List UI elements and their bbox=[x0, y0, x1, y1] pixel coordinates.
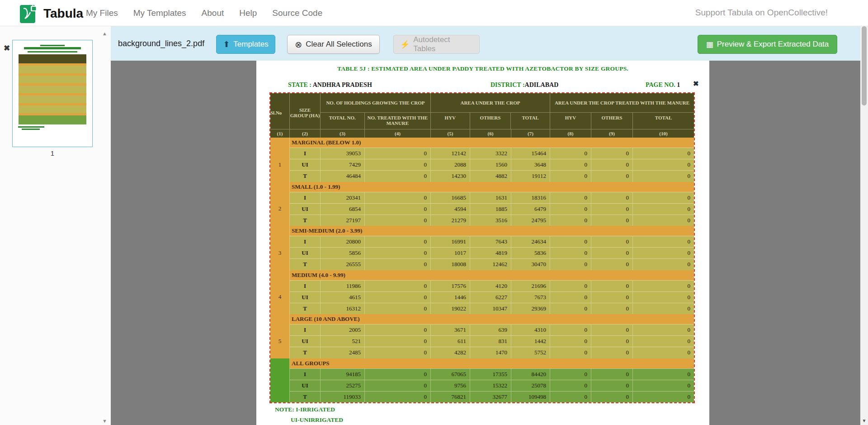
table-slno-cell: 3 bbox=[270, 226, 290, 270]
table-value-cell: 26555 bbox=[321, 259, 365, 270]
table-value-cell: 16991 bbox=[431, 236, 470, 247]
table-value-cell: 0 bbox=[591, 347, 633, 358]
table-value-cell: 32677 bbox=[470, 392, 511, 402]
table-value-cell: 5752 bbox=[511, 347, 550, 358]
table-slno-cell: 5 bbox=[270, 314, 290, 358]
table-value-cell: 1017 bbox=[431, 248, 470, 258]
table-value-cell: 15464 bbox=[511, 148, 550, 159]
table-size-cell: UI bbox=[290, 292, 321, 303]
table-value-cell: 0 bbox=[633, 292, 694, 303]
table-value-cell: 0 bbox=[550, 192, 591, 203]
header-area-crop: AREA UNDER THE CROP bbox=[431, 93, 550, 113]
table-value-cell: 7673 bbox=[511, 292, 550, 303]
header-hyv-2: HYV bbox=[550, 113, 591, 129]
table-value-cell: 0 bbox=[365, 336, 431, 347]
page-no-line: PAGE NO. 1 bbox=[646, 81, 680, 89]
table-selection-box[interactable]: Sl.No SIZE GROUP (HA) NO. OF HOLDINGS GR… bbox=[269, 92, 695, 403]
table-value-cell: 0 bbox=[365, 204, 431, 215]
table-group-band-label: SMALL (1.0 - 1.99) bbox=[290, 182, 694, 192]
table-grid-icon: ▦ bbox=[706, 41, 713, 48]
tabula-logo-icon[interactable] bbox=[20, 3, 39, 23]
autodetect-tables-button[interactable]: ⚡ Autodetect Tables bbox=[393, 35, 480, 54]
table-value-cell: 0 bbox=[550, 248, 591, 258]
pdf-canvas: TABLE 5J : ESTIMATED AREA UNDER PADDY TR… bbox=[111, 61, 860, 425]
table-data-row: UI68540459418856479000 bbox=[290, 203, 694, 215]
nav-about[interactable]: About bbox=[202, 8, 224, 18]
table-value-cell: 0 bbox=[633, 248, 694, 258]
table-value-cell: 0 bbox=[550, 281, 591, 291]
table-value-cell: 1885 bbox=[470, 204, 511, 215]
remove-page-icon[interactable]: ✖ bbox=[4, 43, 10, 53]
sidebar-scroll-up-icon[interactable]: ▲ bbox=[102, 31, 107, 36]
table-value-cell: 0 bbox=[633, 236, 694, 247]
table-value-cell: 1442 bbox=[511, 336, 550, 347]
table-size-cell: T bbox=[290, 347, 321, 358]
preview-export-button[interactable]: ▦ Preview & Export Extracted Data bbox=[698, 35, 837, 54]
table-value-cell: 0 bbox=[591, 325, 633, 335]
nav-my-files[interactable]: My Files bbox=[86, 8, 118, 18]
table-value-cell: 611 bbox=[431, 336, 470, 347]
table-value-cell: 0 bbox=[365, 303, 431, 314]
table-value-cell: 0 bbox=[633, 347, 694, 358]
table-value-cell: 4120 bbox=[470, 281, 511, 291]
table-value-cell: 4615 bbox=[321, 292, 365, 303]
selection-close-icon[interactable]: ✖ bbox=[693, 80, 699, 88]
nav-my-templates[interactable]: My Templates bbox=[133, 8, 186, 18]
table-value-cell: 0 bbox=[591, 192, 633, 203]
window-scrollbar[interactable]: ▲ ▼ bbox=[860, 0, 868, 425]
table-value-cell: 0 bbox=[365, 325, 431, 335]
scrollbar-down-icon[interactable]: ▼ bbox=[860, 418, 868, 423]
header-area-treated: AREA UNDER THE CROP TREATED WITH THE MAN… bbox=[550, 93, 694, 113]
table-value-cell: 19112 bbox=[511, 171, 550, 181]
export-button-label: Preview & Export Extracted Data bbox=[717, 40, 829, 49]
table-value-cell: 21696 bbox=[511, 281, 550, 291]
page-thumbnail-preview bbox=[17, 44, 88, 143]
table-value-cell: 7643 bbox=[470, 236, 511, 247]
table-value-cell: 0 bbox=[591, 215, 633, 226]
table-value-cell: 0 bbox=[550, 215, 591, 226]
clear-button-label: Clear All Selections bbox=[306, 40, 372, 49]
state-label: STATE : bbox=[288, 81, 311, 88]
support-link[interactable]: Support Tabula on OpenCollective! bbox=[695, 8, 828, 18]
table-data-row: I39053012142332215464000 bbox=[290, 148, 694, 159]
table-size-cell: T bbox=[290, 392, 321, 402]
table-value-cell: 21279 bbox=[431, 215, 470, 226]
page-thumbnail[interactable] bbox=[12, 40, 93, 147]
table-size-cell: UI bbox=[290, 204, 321, 215]
table-size-cell: UI bbox=[290, 380, 321, 391]
nav-help[interactable]: Help bbox=[239, 8, 257, 18]
nav-links: My Files My Templates About Help Source … bbox=[86, 0, 322, 26]
table-value-cell: 0 bbox=[633, 380, 694, 391]
table-value-cell: 0 bbox=[365, 248, 431, 258]
header-column-numbers: (1) (2) (3) (4) (5) (6) (7) (8) (9) (10) bbox=[270, 129, 694, 138]
table-value-cell: 0 bbox=[591, 292, 633, 303]
table-value-cell: 0 bbox=[633, 369, 694, 380]
table-data-row: I20341016685163118316000 bbox=[290, 192, 694, 203]
table-value-cell: 0 bbox=[550, 148, 591, 159]
table-value-cell: 0 bbox=[550, 380, 591, 391]
table-data-row: UI52106118311442000 bbox=[290, 335, 694, 347]
sidebar-scroll-down-icon[interactable]: ▼ bbox=[102, 418, 107, 424]
page-no-value: 1 bbox=[677, 81, 680, 88]
pdf-page[interactable]: TABLE 5J : ESTIMATED AREA UNDER PADDY TR… bbox=[256, 61, 709, 425]
table-value-cell: 0 bbox=[365, 380, 431, 391]
nav-source-code[interactable]: Source Code bbox=[272, 8, 322, 18]
table-value-cell: 39053 bbox=[321, 148, 365, 159]
table-value-cell: 0 bbox=[550, 292, 591, 303]
table-value-cell: 0 bbox=[365, 292, 431, 303]
table-group: 5LARGE (10 AND ABOVE)I200503671639431000… bbox=[270, 314, 694, 358]
brand-title[interactable]: Tabula bbox=[43, 6, 83, 21]
table-size-cell: T bbox=[290, 215, 321, 226]
templates-button[interactable]: ⬆ Templates bbox=[216, 35, 275, 54]
table-data-row: UI25275097561532225078000 bbox=[290, 380, 694, 391]
table-value-cell: 1560 bbox=[470, 159, 511, 170]
table-slno-cell: 2 bbox=[270, 182, 290, 226]
table-data-row: I941850670651735584420000 bbox=[290, 368, 694, 380]
scrollbar-thumb[interactable] bbox=[862, 26, 867, 105]
table-value-cell: 0 bbox=[550, 336, 591, 347]
table-data-row: I2005036716394310000 bbox=[290, 324, 694, 335]
table-value-cell: 0 bbox=[365, 392, 431, 402]
table-value-cell: 1631 bbox=[470, 192, 511, 203]
table-value-cell: 521 bbox=[321, 336, 365, 347]
clear-all-selections-button[interactable]: ⊗ Clear All Selections bbox=[287, 35, 380, 54]
